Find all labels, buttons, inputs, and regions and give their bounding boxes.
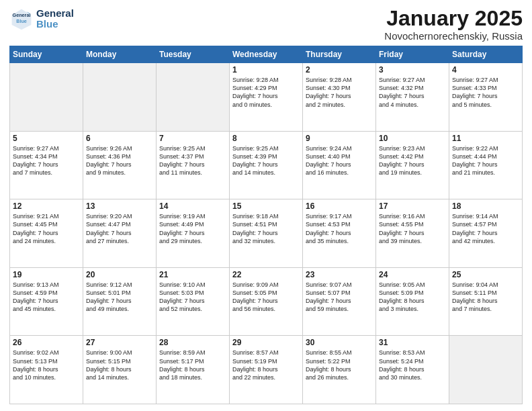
- day-info: Sunrise: 9:25 AM Sunset: 4:37 PM Dayligh…: [159, 144, 226, 177]
- calendar-cell: 20Sunrise: 9:12 AM Sunset: 5:01 PM Dayli…: [83, 267, 157, 336]
- svg-text:Blue: Blue: [16, 18, 27, 24]
- day-number: 3: [379, 65, 446, 75]
- day-info: Sunrise: 9:19 AM Sunset: 4:49 PM Dayligh…: [159, 212, 226, 245]
- day-info: Sunrise: 8:59 AM Sunset: 5:17 PM Dayligh…: [159, 349, 226, 381]
- calendar-cell: 9Sunrise: 9:24 AM Sunset: 4:40 PM Daylig…: [303, 131, 376, 199]
- title-block: January 2025 Novochernorechenskiy, Russi…: [384, 7, 523, 42]
- day-number: 13: [86, 201, 153, 211]
- day-number: 6: [86, 134, 153, 143]
- day-info: Sunrise: 9:25 AM Sunset: 4:39 PM Dayligh…: [232, 144, 300, 177]
- day-number: 23: [306, 270, 373, 279]
- day-info: Sunrise: 9:14 AM Sunset: 4:57 PM Dayligh…: [452, 212, 519, 245]
- calendar-cell: 28Sunrise: 8:59 AM Sunset: 5:17 PM Dayli…: [157, 336, 230, 404]
- day-info: Sunrise: 9:18 AM Sunset: 4:51 PM Dayligh…: [232, 212, 300, 245]
- day-number: 10: [379, 134, 446, 143]
- calendar-cell: 27Sunrise: 9:00 AM Sunset: 5:15 PM Dayli…: [83, 336, 157, 404]
- calendar-cell: 23Sunrise: 9:07 AM Sunset: 5:07 PM Dayli…: [303, 267, 376, 336]
- calendar-cell: 12Sunrise: 9:21 AM Sunset: 4:45 PM Dayli…: [10, 199, 83, 268]
- day-number: 5: [13, 134, 80, 143]
- calendar-cell: [157, 63, 230, 132]
- day-info: Sunrise: 9:04 AM Sunset: 5:11 PM Dayligh…: [452, 281, 519, 314]
- calendar-week-row: 1Sunrise: 9:28 AM Sunset: 4:29 PM Daylig…: [10, 63, 523, 132]
- weekday-header: Sunday: [10, 46, 83, 63]
- weekday-header: Friday: [376, 46, 449, 63]
- month-title: January 2025: [384, 7, 523, 30]
- day-number: 21: [159, 270, 226, 279]
- calendar-cell: 24Sunrise: 9:05 AM Sunset: 5:09 PM Dayli…: [376, 267, 449, 336]
- day-info: Sunrise: 9:16 AM Sunset: 4:55 PM Dayligh…: [379, 212, 446, 245]
- calendar-cell: 16Sunrise: 9:17 AM Sunset: 4:53 PM Dayli…: [303, 199, 376, 268]
- calendar-cell: [83, 63, 157, 132]
- day-number: 4: [452, 65, 519, 75]
- day-number: 18: [452, 201, 519, 211]
- day-info: Sunrise: 9:12 AM Sunset: 5:01 PM Dayligh…: [86, 281, 153, 314]
- day-info: Sunrise: 9:05 AM Sunset: 5:09 PM Dayligh…: [379, 281, 446, 314]
- day-number: 1: [232, 65, 300, 75]
- day-info: Sunrise: 9:27 AM Sunset: 4:33 PM Dayligh…: [452, 76, 519, 109]
- calendar-cell: 4Sunrise: 9:27 AM Sunset: 4:33 PM Daylig…: [449, 63, 523, 132]
- calendar-cell: 10Sunrise: 9:23 AM Sunset: 4:42 PM Dayli…: [376, 131, 449, 199]
- day-number: 27: [86, 338, 153, 347]
- calendar-cell: 13Sunrise: 9:20 AM Sunset: 4:47 PM Dayli…: [83, 199, 157, 268]
- day-number: 16: [306, 201, 373, 211]
- calendar-week-row: 12Sunrise: 9:21 AM Sunset: 4:45 PM Dayli…: [10, 199, 523, 268]
- day-info: Sunrise: 9:00 AM Sunset: 5:15 PM Dayligh…: [86, 349, 153, 381]
- header: General Blue General Blue January 2025 N…: [9, 7, 523, 42]
- calendar-cell: [10, 63, 83, 132]
- calendar-week-row: 19Sunrise: 9:13 AM Sunset: 4:59 PM Dayli…: [10, 267, 523, 336]
- calendar-cell: 15Sunrise: 9:18 AM Sunset: 4:51 PM Dayli…: [230, 199, 303, 268]
- day-number: 8: [232, 134, 300, 143]
- calendar-cell: 19Sunrise: 9:13 AM Sunset: 4:59 PM Dayli…: [10, 267, 83, 336]
- day-number: 7: [159, 134, 226, 143]
- calendar-cell: 18Sunrise: 9:14 AM Sunset: 4:57 PM Dayli…: [449, 199, 523, 268]
- calendar-cell: 30Sunrise: 8:55 AM Sunset: 5:22 PM Dayli…: [303, 336, 376, 404]
- day-info: Sunrise: 9:23 AM Sunset: 4:42 PM Dayligh…: [379, 144, 446, 177]
- calendar-cell: 7Sunrise: 9:25 AM Sunset: 4:37 PM Daylig…: [157, 131, 230, 199]
- weekday-header: Saturday: [449, 46, 523, 63]
- logo-icon: General Blue: [9, 7, 34, 31]
- calendar-cell: [449, 336, 523, 404]
- day-number: 9: [306, 134, 373, 143]
- calendar-cell: 21Sunrise: 9:10 AM Sunset: 5:03 PM Dayli…: [157, 267, 230, 336]
- calendar-cell: 31Sunrise: 8:53 AM Sunset: 5:24 PM Dayli…: [376, 336, 449, 404]
- calendar-cell: 8Sunrise: 9:25 AM Sunset: 4:39 PM Daylig…: [230, 131, 303, 199]
- day-info: Sunrise: 9:17 AM Sunset: 4:53 PM Dayligh…: [306, 212, 373, 245]
- day-number: 30: [306, 338, 373, 347]
- logo: General Blue General Blue: [9, 7, 74, 31]
- day-number: 20: [86, 270, 153, 279]
- calendar-week-row: 5Sunrise: 9:27 AM Sunset: 4:34 PM Daylig…: [10, 131, 523, 199]
- day-info: Sunrise: 9:27 AM Sunset: 4:32 PM Dayligh…: [379, 76, 446, 109]
- calendar-cell: 2Sunrise: 9:28 AM Sunset: 4:30 PM Daylig…: [303, 63, 376, 132]
- weekday-header: Monday: [83, 46, 157, 63]
- day-number: 19: [13, 270, 80, 279]
- day-number: 11: [452, 134, 519, 143]
- calendar-cell: 3Sunrise: 9:27 AM Sunset: 4:32 PM Daylig…: [376, 63, 449, 132]
- calendar-week-row: 26Sunrise: 9:02 AM Sunset: 5:13 PM Dayli…: [10, 336, 523, 404]
- day-info: Sunrise: 9:10 AM Sunset: 5:03 PM Dayligh…: [159, 281, 226, 314]
- day-info: Sunrise: 9:27 AM Sunset: 4:34 PM Dayligh…: [13, 144, 80, 177]
- day-info: Sunrise: 9:20 AM Sunset: 4:47 PM Dayligh…: [86, 212, 153, 245]
- calendar-cell: 17Sunrise: 9:16 AM Sunset: 4:55 PM Dayli…: [376, 199, 449, 268]
- day-number: 17: [379, 201, 446, 211]
- day-number: 26: [13, 338, 80, 347]
- day-number: 12: [13, 201, 80, 211]
- weekday-header-row: SundayMondayTuesdayWednesdayThursdayFrid…: [10, 46, 523, 63]
- calendar-table: SundayMondayTuesdayWednesdayThursdayFrid…: [9, 46, 523, 404]
- day-number: 14: [159, 201, 226, 211]
- calendar-cell: 26Sunrise: 9:02 AM Sunset: 5:13 PM Dayli…: [10, 336, 83, 404]
- day-info: Sunrise: 9:13 AM Sunset: 4:59 PM Dayligh…: [13, 281, 80, 314]
- day-number: 31: [379, 338, 446, 347]
- day-number: 29: [232, 338, 300, 347]
- day-number: 2: [306, 65, 373, 75]
- day-number: 22: [232, 270, 300, 279]
- day-info: Sunrise: 9:24 AM Sunset: 4:40 PM Dayligh…: [306, 144, 373, 177]
- logo-line2: Blue: [36, 19, 74, 30]
- weekday-header: Thursday: [303, 46, 376, 63]
- day-info: Sunrise: 9:21 AM Sunset: 4:45 PM Dayligh…: [13, 212, 80, 245]
- day-info: Sunrise: 9:22 AM Sunset: 4:44 PM Dayligh…: [452, 144, 519, 177]
- day-info: Sunrise: 9:09 AM Sunset: 5:05 PM Dayligh…: [232, 281, 300, 314]
- day-info: Sunrise: 9:26 AM Sunset: 4:36 PM Dayligh…: [86, 144, 153, 177]
- weekday-header: Wednesday: [230, 46, 303, 63]
- svg-text:General: General: [13, 12, 31, 18]
- calendar-cell: 29Sunrise: 8:57 AM Sunset: 5:19 PM Dayli…: [230, 336, 303, 404]
